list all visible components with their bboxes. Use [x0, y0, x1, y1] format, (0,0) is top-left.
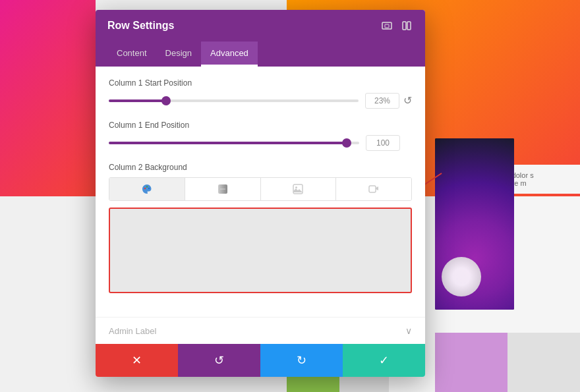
col1-end-track[interactable]: [109, 142, 359, 144]
col1-end-field: Column 1 End Position 100: [109, 121, 412, 151]
bottom-color-strips: [435, 333, 580, 392]
modal-collapse-icon[interactable]: [400, 19, 413, 32]
tab-content[interactable]: Content: [107, 42, 156, 67]
modal-header: Row Settings: [96, 10, 425, 42]
col1-start-reset[interactable]: ↺: [403, 96, 412, 106]
svg-point-7: [146, 186, 148, 187]
col2-bg-field: Column 2 Background: [109, 163, 412, 293]
admin-label-row[interactable]: Admin Label ∨: [96, 317, 425, 344]
col1-start-slider-row: 23% ↺: [109, 93, 412, 109]
col1-start-thumb[interactable]: [161, 96, 171, 105]
svg-rect-3: [385, 24, 389, 28]
modal-body: Column 1 Start Position 23% ↺ Column 1 E…: [96, 67, 425, 317]
col1-start-value[interactable]: 23%: [365, 93, 399, 109]
svg-rect-4: [403, 22, 406, 30]
modal-responsive-icon[interactable]: [380, 19, 393, 32]
redo-button[interactable]: ↻: [260, 344, 343, 377]
col1-end-value-box: 100: [366, 135, 412, 151]
modal-footer: ✕ ↺ ↻ ✓: [96, 344, 425, 377]
col1-end-slider-row: 100: [109, 135, 412, 151]
svg-rect-13: [369, 186, 376, 192]
bg-tab-color[interactable]: [109, 178, 185, 200]
modal-tabs: Content Design Advanced: [96, 42, 425, 67]
bg-pink: [0, 0, 96, 196]
admin-label-text: Admin Label: [109, 326, 156, 336]
strip-gray: [508, 333, 580, 392]
bg-tab-video[interactable]: [336, 178, 411, 200]
undo-button[interactable]: ↺: [178, 344, 260, 377]
col1-end-label: Column 1 End Position: [109, 121, 412, 130]
col1-end-thumb[interactable]: [342, 138, 351, 148]
save-button[interactable]: ✓: [343, 344, 425, 377]
flower-photo: [435, 138, 514, 310]
bg-tab-gradient[interactable]: [185, 178, 261, 200]
bg-tabs: [109, 177, 412, 201]
modal-row-settings: Row Settings Content Design Advanced: [96, 10, 425, 377]
col1-end-value[interactable]: 100: [366, 135, 400, 151]
svg-point-12: [295, 186, 297, 188]
col1-start-label: Column 1 Start Position: [109, 78, 412, 88]
bg-tab-image[interactable]: [261, 178, 337, 200]
flower-white-bloom: [442, 257, 481, 296]
svg-rect-5: [407, 22, 411, 30]
strip-lavender: [435, 333, 508, 392]
chevron-down-icon: ∨: [405, 325, 412, 336]
svg-point-8: [148, 188, 150, 189]
col1-start-value-box: 23% ↺: [365, 93, 412, 109]
col2-bg-label: Column 2 Background: [109, 163, 412, 172]
cancel-button[interactable]: ✕: [96, 344, 178, 377]
modal-title: Row Settings: [107, 20, 174, 32]
col1-start-fill: [109, 99, 166, 102]
col1-start-field: Column 1 Start Position 23% ↺: [109, 78, 412, 109]
col1-end-fill: [109, 142, 347, 144]
svg-point-6: [144, 188, 146, 189]
modal-header-icons: [380, 19, 413, 32]
tab-advanced[interactable]: Advanced: [201, 42, 258, 67]
color-preview-area[interactable]: [109, 208, 412, 293]
tab-design[interactable]: Design: [156, 42, 201, 67]
col1-start-track[interactable]: [109, 99, 359, 102]
